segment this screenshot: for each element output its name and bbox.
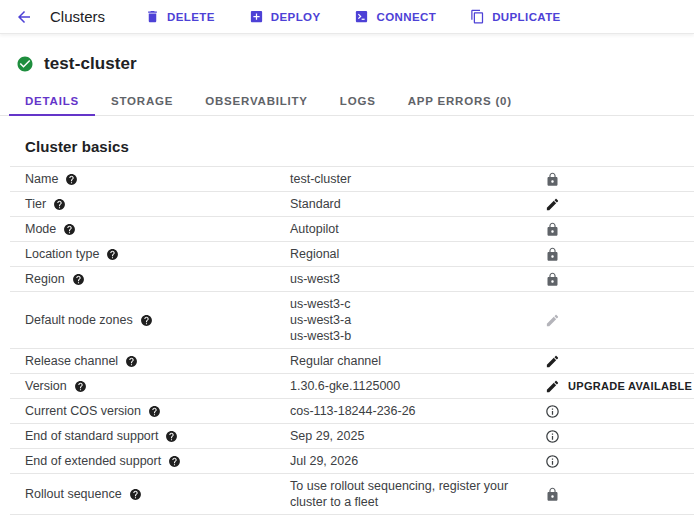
row-label: Region	[25, 272, 65, 286]
value-line: us-west3	[290, 271, 535, 287]
lock-icon	[545, 172, 560, 187]
row-action-cell	[545, 487, 694, 502]
deploy-button[interactable]: DEPLOY	[249, 9, 321, 24]
page-title: Clusters	[50, 8, 105, 25]
tab-observability[interactable]: OBSERVABILITY	[189, 86, 324, 115]
duplicate-button[interactable]: DUPLICATE	[470, 9, 561, 24]
value-line: us-west3-b	[290, 328, 535, 344]
toolbar-button-label: DUPLICATE	[492, 11, 561, 23]
value-line: us-west3-c	[290, 296, 535, 312]
row-label-cell: Default node zones	[10, 313, 290, 327]
connect-button[interactable]: CONNECT	[354, 9, 436, 24]
edit-icon[interactable]	[545, 197, 560, 212]
table-row: Version 1.30.6-gke.1125000 UPGRADE AVAIL…	[10, 374, 694, 399]
row-value: us-west3-cus-west3-aus-west3-b	[290, 296, 545, 344]
row-label-cell: Current COS version	[10, 404, 290, 418]
row-label-cell: Version	[10, 379, 290, 393]
lock-icon	[545, 272, 560, 287]
action-bar: Clusters DELETE DEPLOY CONNECT DUPLICATE	[0, 0, 694, 33]
help-icon[interactable]	[72, 273, 85, 286]
value-line: To use rollout sequencing, register your…	[290, 478, 535, 510]
help-icon[interactable]	[168, 455, 181, 468]
row-action-cell	[545, 313, 694, 328]
help-icon[interactable]	[74, 380, 87, 393]
cluster-header: test-cluster	[0, 33, 694, 86]
edit-icon[interactable]	[545, 354, 560, 369]
help-icon[interactable]	[148, 405, 161, 418]
tab-logs[interactable]: LOGS	[324, 86, 392, 115]
delete-button[interactable]: DELETE	[145, 9, 215, 24]
row-label-cell: Location type	[10, 247, 290, 261]
row-label: Mode	[25, 222, 56, 236]
check-circle-icon	[16, 55, 34, 73]
info-icon[interactable]	[545, 454, 560, 469]
section-title: Cluster basics	[25, 138, 694, 155]
row-label: Current COS version	[25, 404, 141, 418]
row-label-cell: End of extended support	[10, 454, 290, 468]
table-row: Release channel Regular channel	[10, 349, 694, 374]
value-line: 1.30.6-gke.1125000	[290, 378, 535, 394]
row-value: Sep 29, 2025	[290, 428, 545, 444]
toolbar-button-label: DEPLOY	[271, 11, 321, 23]
table-row: Default node zones us-west3-cus-west3-au…	[10, 292, 694, 349]
back-button[interactable]	[12, 5, 36, 29]
value-line: Autopilot	[290, 221, 535, 237]
row-action-cell	[545, 404, 694, 419]
lock-icon	[545, 487, 560, 502]
table-row: Location type Regional	[10, 242, 694, 267]
row-label-cell: End of standard support	[10, 429, 290, 443]
row-value: Regular channel	[290, 353, 545, 369]
row-label: Default node zones	[25, 313, 133, 327]
help-icon[interactable]	[125, 355, 138, 368]
tab-storage[interactable]: STORAGE	[95, 86, 189, 115]
upgrade-available-link[interactable]: UPGRADE AVAILABLE	[568, 380, 692, 392]
row-label: Location type	[25, 247, 99, 261]
help-icon[interactable]	[140, 314, 153, 327]
info-icon[interactable]	[545, 404, 560, 419]
edit-icon[interactable]	[545, 379, 560, 394]
row-action-cell	[545, 247, 694, 262]
row-label-cell: Rollout sequence	[10, 487, 290, 501]
row-value: us-west3	[290, 271, 545, 287]
value-line: Regular channel	[290, 353, 535, 369]
help-icon[interactable]	[165, 430, 178, 443]
table-row: Tier Standard	[10, 192, 694, 217]
help-icon[interactable]	[106, 248, 119, 261]
row-action-cell	[545, 272, 694, 287]
tab-app-errors-0-[interactable]: APP ERRORS (0)	[392, 86, 528, 115]
row-label-cell: Mode	[10, 222, 290, 236]
plus-box-icon	[249, 9, 264, 24]
row-action-cell	[545, 429, 694, 444]
tab-details[interactable]: DETAILS	[9, 86, 95, 115]
arrow-left-icon	[15, 8, 33, 26]
toolbar-button-label: DELETE	[167, 11, 215, 23]
table-row: Name test-cluster	[10, 167, 694, 192]
help-icon[interactable]	[129, 488, 142, 501]
copy-icon	[470, 9, 485, 24]
row-value: cos-113-18244-236-26	[290, 403, 545, 419]
help-icon[interactable]	[65, 173, 78, 186]
tab-bar: DETAILS STORAGE OBSERVABILITY LOGS APP E…	[0, 86, 694, 116]
row-action-cell: UPGRADE AVAILABLE	[545, 379, 694, 394]
cluster-name: test-cluster	[44, 54, 137, 74]
value-line: us-west3-a	[290, 312, 535, 328]
row-label-cell: Name	[10, 172, 290, 186]
row-action-cell	[545, 354, 694, 369]
value-line: test-cluster	[290, 171, 535, 187]
table-row: Region us-west3	[10, 267, 694, 292]
row-action-cell	[545, 172, 694, 187]
help-icon[interactable]	[63, 223, 76, 236]
lock-icon	[545, 222, 560, 237]
table-row: Rollout sequence To use rollout sequenci…	[10, 474, 694, 515]
edit-icon[interactable]	[545, 313, 560, 328]
row-value: Regional	[290, 246, 545, 262]
info-icon[interactable]	[545, 429, 560, 444]
row-label: Version	[25, 379, 67, 393]
row-label: Tier	[25, 197, 46, 211]
help-icon[interactable]	[53, 198, 66, 211]
table-row: Current COS version cos-113-18244-236-26	[10, 399, 694, 424]
value-line: Sep 29, 2025	[290, 428, 535, 444]
value-line: cos-113-18244-236-26	[290, 403, 535, 419]
row-value: Standard	[290, 196, 545, 212]
row-label-cell: Release channel	[10, 354, 290, 368]
